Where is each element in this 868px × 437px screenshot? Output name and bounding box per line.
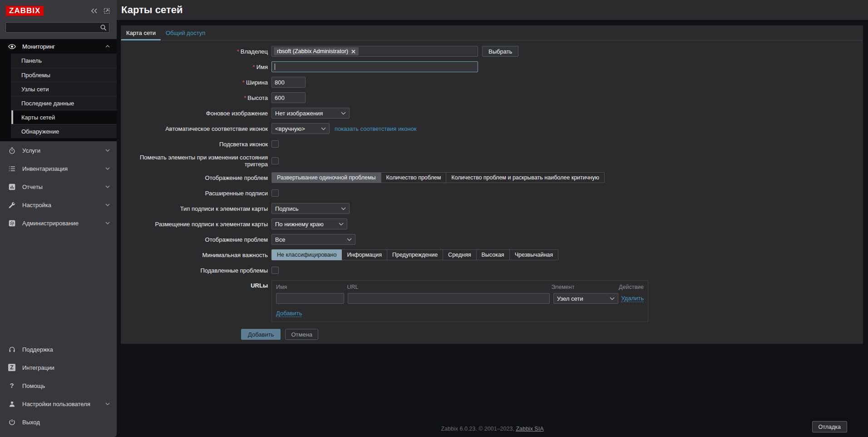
user-icon bbox=[8, 400, 16, 408]
sidebar-item-dashboard[interactable]: Панель bbox=[11, 54, 117, 68]
chevron-down-icon bbox=[105, 149, 110, 152]
stopwatch-icon bbox=[8, 147, 16, 154]
sidebar-item-integrations[interactable]: Интеграции bbox=[0, 358, 117, 377]
width-input[interactable] bbox=[271, 77, 306, 88]
urls-col-action: Действие bbox=[619, 284, 644, 290]
problem-display-select[interactable]: Все bbox=[271, 234, 355, 245]
chevron-down-icon bbox=[347, 238, 352, 241]
list-icon bbox=[8, 165, 16, 173]
row-width: *Ширина bbox=[127, 77, 863, 88]
height-input[interactable] bbox=[271, 92, 306, 103]
tab-map[interactable]: Карта сети bbox=[121, 25, 161, 40]
severity-warning[interactable]: Предупреждение bbox=[387, 249, 443, 260]
sidebar-item-reports[interactable]: Отчеты bbox=[0, 178, 117, 196]
urls-col-element: Элемент bbox=[551, 284, 619, 290]
row-label-type: Тип подписи к элементам карты Подпись bbox=[127, 203, 863, 214]
sidebar-item-inventory[interactable]: Инвентаризация bbox=[0, 159, 117, 178]
chevron-down-icon bbox=[105, 167, 110, 170]
zabbix-sia-link[interactable]: Zabbix SIA bbox=[516, 426, 543, 432]
url-element-select[interactable]: Узел сети bbox=[553, 293, 618, 304]
sidebar-item-services[interactable]: Услуги bbox=[0, 141, 117, 159]
owner-chip: rbsoft (Zabbix Administrator) bbox=[274, 47, 359, 55]
text-cursor bbox=[275, 64, 275, 70]
z-square-icon bbox=[8, 364, 16, 372]
sidebar-item-maps[interactable]: Карты сетей bbox=[11, 110, 117, 124]
row-owner: *Владелец rbsoft (Zabbix Administrator) … bbox=[127, 46, 863, 57]
owner-select-button[interactable]: Выбрать bbox=[482, 46, 518, 57]
sidebar-header: ZABBIX bbox=[6, 5, 111, 16]
zabbix-logo[interactable]: ZABBIX bbox=[6, 6, 44, 16]
severity-disaster[interactable]: Чрезвычайная bbox=[510, 249, 558, 260]
name-input[interactable] bbox=[271, 61, 478, 72]
power-icon bbox=[8, 418, 16, 426]
map-form: *Владелец rbsoft (Zabbix Administrator) … bbox=[121, 40, 863, 340]
sidebar-item-hosts[interactable]: Узлы сети bbox=[11, 82, 117, 96]
url-add-link[interactable]: Добавить bbox=[276, 310, 302, 317]
icon-highlight-checkbox[interactable] bbox=[271, 140, 279, 148]
search-icon[interactable] bbox=[100, 24, 107, 31]
form-actions: Добавить Отмена bbox=[241, 329, 863, 340]
sidebar-bottom-menu: Поддержка Интеграции Помощь Настройки по… bbox=[0, 340, 117, 431]
sidebar-item-administration[interactable]: Администрирование bbox=[0, 214, 117, 232]
advanced-labels-checkbox[interactable] bbox=[271, 189, 279, 197]
row-problem-display: Отображение проблем Развертывание одиноч… bbox=[127, 172, 863, 183]
severity-average[interactable]: Средняя bbox=[443, 249, 476, 260]
gear-icon bbox=[8, 219, 16, 227]
label-type-select[interactable]: Подпись bbox=[271, 203, 350, 214]
url-name-input[interactable] bbox=[276, 293, 344, 304]
urls-table: Имя URL Элемент Действие Узел сети Удали… bbox=[271, 280, 648, 322]
chevron-down-icon bbox=[339, 223, 344, 226]
chevron-down-icon bbox=[341, 112, 346, 115]
problem-display-segmented: Развертывание одиночной проблемы Количес… bbox=[271, 172, 605, 183]
show-icon-mappings-link[interactable]: показать соответствия иконок bbox=[335, 125, 416, 132]
urls-col-name: Имя bbox=[276, 284, 347, 290]
chevron-down-icon bbox=[321, 127, 326, 130]
sidebar-item-user-settings[interactable]: Настройки пользователя bbox=[0, 395, 117, 413]
problem-display-option-expand[interactable]: Развертывание одиночной проблемы bbox=[271, 172, 381, 183]
mark-trigger-checkbox[interactable] bbox=[271, 157, 279, 164]
sidebar-item-support[interactable]: Поддержка bbox=[0, 340, 117, 358]
cancel-button[interactable]: Отмена bbox=[285, 329, 318, 340]
row-advanced-labels: Расширенные подписи bbox=[127, 188, 863, 199]
sidebar-item-latest-data[interactable]: Последние данные bbox=[11, 96, 117, 110]
submit-button[interactable]: Добавить bbox=[241, 329, 281, 340]
problem-display-option-count-critical[interactable]: Количество проблем и раскрывать наиболее… bbox=[446, 172, 605, 183]
severity-segmented: Не классифицировано Информация Предупреж… bbox=[271, 249, 558, 260]
sidebar-search bbox=[5, 22, 109, 33]
debug-button[interactable]: Отладка bbox=[812, 421, 847, 432]
suppressed-checkbox[interactable] bbox=[271, 267, 279, 274]
owner-multiselect[interactable]: rbsoft (Zabbix Administrator) bbox=[271, 46, 478, 57]
tab-sharing[interactable]: Общий доступ bbox=[161, 25, 210, 40]
chevron-down-icon bbox=[105, 222, 110, 224]
label-location-select[interactable]: По нижнему краю bbox=[271, 218, 347, 229]
severity-not-classified[interactable]: Не классифицировано bbox=[271, 249, 342, 260]
icon-mapping-select[interactable]: <вручную> bbox=[271, 123, 330, 134]
sidebar-expand-icon[interactable] bbox=[103, 7, 111, 15]
url-value-input[interactable] bbox=[348, 293, 550, 304]
sidebar-item-signout[interactable]: Выход bbox=[0, 413, 117, 431]
map-form-card: Карта сети Общий доступ *Владелец rbsoft… bbox=[121, 25, 863, 344]
sidebar-item-problems[interactable]: Проблемы bbox=[11, 68, 117, 82]
chevron-down-icon bbox=[610, 297, 615, 300]
problem-display-option-count[interactable]: Количество проблем bbox=[381, 172, 447, 183]
chevron-down-icon bbox=[105, 204, 110, 206]
sidebar-item-help[interactable]: Помощь bbox=[0, 377, 117, 395]
row-background: Фоновое изображение Нет изображения bbox=[127, 108, 863, 119]
sidebar-item-discovery[interactable]: Обнаружение bbox=[11, 124, 117, 138]
page-title: Карты сетей bbox=[121, 4, 182, 16]
sidebar-collapse-icon[interactable] bbox=[90, 7, 98, 15]
bar-chart-icon bbox=[8, 183, 16, 191]
row-urls: URLы Имя URL Элемент Действие Узел сети bbox=[127, 280, 863, 322]
sidebar-item-monitoring[interactable]: Мониторинг bbox=[0, 39, 117, 54]
sidebar-item-configuration[interactable]: Настройка bbox=[0, 196, 117, 214]
severity-information[interactable]: Информация bbox=[342, 249, 387, 260]
row-icon-highlight: Подсветка иконок bbox=[127, 139, 863, 149]
severity-high[interactable]: Высокая bbox=[477, 249, 510, 260]
remove-owner-icon[interactable] bbox=[351, 50, 355, 54]
url-remove-link[interactable]: Удалить bbox=[621, 295, 644, 302]
row-height: *Высота bbox=[127, 92, 863, 103]
background-select[interactable]: Нет изображения bbox=[271, 108, 350, 119]
row-mark-trigger: Помечать элементы при изменении состояни… bbox=[127, 154, 863, 168]
headset-icon bbox=[8, 346, 16, 353]
search-input[interactable] bbox=[5, 22, 109, 33]
